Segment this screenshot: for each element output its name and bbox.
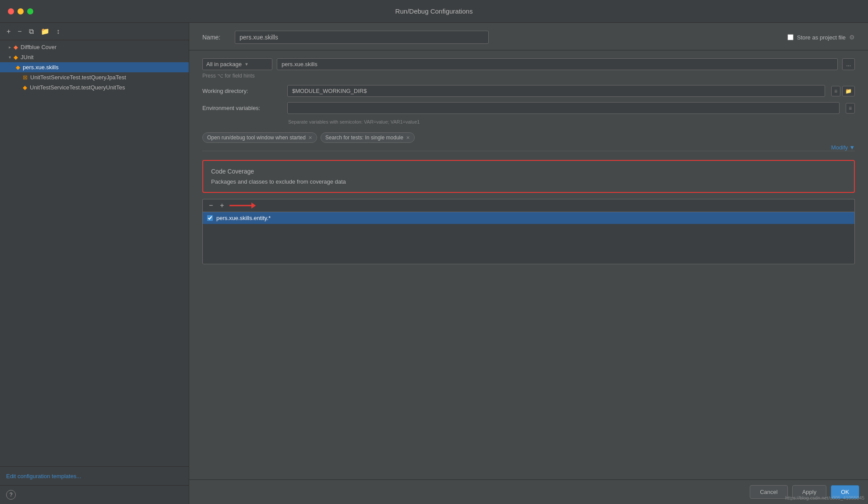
modify-arrow-icon: ▼ <box>849 144 855 151</box>
sidebar-help-area: ? <box>0 485 189 504</box>
exclude-list: pers.xue.skills.entity.* <box>202 212 855 264</box>
env-vars-actions: ≡ <box>846 103 855 114</box>
sidebar-item-junit[interactable]: ▾ ◆ JUnit <box>0 52 189 62</box>
env-sep-hint: Separate variables with semicolon: VAR=v… <box>288 119 855 124</box>
coverage-title: Code Coverage <box>211 168 846 175</box>
junit-icon: ◆ <box>14 54 18 60</box>
gear-icon[interactable]: ⚙ <box>849 34 855 41</box>
tag-search-tests-close[interactable]: ✕ <box>406 135 410 141</box>
sidebar-item-jpa-test[interactable]: ⊠ UnitTestServiceTest.testQueryJpaTest <box>0 72 189 82</box>
env-vars-input[interactable] <box>287 102 840 114</box>
folder-config-button[interactable]: 📁 <box>39 26 52 36</box>
sidebar-item-jpa-label: UnitTestServiceTest.testQueryJpaTest <box>30 74 126 81</box>
dialog-footer: Cancel Apply OK <box>189 479 868 504</box>
coverage-section: Code Coverage Packages and classes to ex… <box>202 160 855 193</box>
tag-run-debug-label: Open run/debug tool window when started <box>207 135 306 141</box>
remove-config-button[interactable]: − <box>15 27 24 36</box>
store-project-area: Store as project file ⚙ <box>787 34 855 41</box>
tag-search-tests: Search for tests: In single module ✕ <box>321 132 415 143</box>
maximize-button[interactable] <box>27 8 33 14</box>
minimize-button[interactable] <box>18 8 24 14</box>
working-dir-row: Working directory: ≡ 📁 <box>202 85 855 97</box>
diffblue-icon: ◆ <box>14 44 18 50</box>
cancel-button[interactable]: Cancel <box>750 485 787 499</box>
sidebar-tree: ▸ ◆ Diffblue Cover ▾ ◆ JUnit ◆ pers.xue.… <box>0 40 189 466</box>
sidebar-toolbar: + − ⧉ 📁 ↕ <box>0 23 189 40</box>
env-vars-label: Environment variables: <box>202 105 281 111</box>
sidebar-item-pers-label: pers.xue.skills <box>23 64 59 71</box>
class-error-icon-jpa: ⊠ <box>23 74 28 81</box>
exclude-remove-button[interactable]: − <box>207 202 215 209</box>
sidebar-item-unit-test[interactable]: ◆ UnitTestServiceTest.testQueryUnitTes <box>0 82 189 92</box>
apply-button[interactable]: Apply <box>792 485 827 499</box>
tags-row: Open run/debug tool window when started … <box>202 132 855 143</box>
config-header: Name: Store as project file ⚙ <box>189 23 868 50</box>
sidebar-footer: Edit configuration templates... <box>0 466 189 485</box>
arrow-indicator <box>229 202 256 209</box>
exclude-checkbox-entity[interactable] <box>207 215 213 221</box>
test-kind-dropdown[interactable]: All in package ▼ <box>202 58 272 70</box>
sidebar-item-junit-label: JUnit <box>21 54 34 60</box>
edit-templates-link[interactable]: Edit configuration templates... <box>6 473 81 479</box>
config-body: All in package ▼ ... Press ⌥ for field h… <box>189 50 868 479</box>
name-label: Name: <box>202 34 229 41</box>
package-input[interactable] <box>277 58 838 70</box>
titlebar: Run/Debug Configurations <box>0 0 868 23</box>
sidebar-item-pers-xue-skills[interactable]: ◆ pers.xue.skills <box>0 62 189 72</box>
coverage-subtitle: Packages and classes to exclude from cov… <box>211 178 846 185</box>
sidebar: + − ⧉ 📁 ↕ ▸ ◆ Diffblue Cover ▾ ◆ JUnit ◆… <box>0 23 189 504</box>
sidebar-item-diffblue[interactable]: ▸ ◆ Diffblue Cover <box>0 42 189 52</box>
working-dir-file-btn[interactable]: ≡ <box>831 86 840 96</box>
sidebar-item-unit-label: UnitTestServiceTest.testQueryUnitTes <box>30 84 125 91</box>
exclude-item-entity[interactable]: pers.xue.skills.entity.* <box>203 212 854 224</box>
env-vars-edit-btn[interactable]: ≡ <box>846 103 855 114</box>
window-controls[interactable] <box>8 8 33 14</box>
exclude-add-button[interactable]: + <box>218 202 226 209</box>
store-project-checkbox[interactable] <box>787 34 794 40</box>
working-dir-label: Working directory: <box>202 88 281 94</box>
store-project-label: Store as project file <box>797 34 846 41</box>
working-dir-actions: ≡ 📁 <box>831 86 855 96</box>
ok-button[interactable]: OK <box>831 485 859 499</box>
tree-arrow-diffblue: ▸ <box>9 45 11 50</box>
arrow-right-icon <box>229 202 256 209</box>
field-hint: Press ⌥ for field hints <box>202 73 855 79</box>
main-layout: + − ⧉ 📁 ↕ ▸ ◆ Diffblue Cover ▾ ◆ JUnit ◆… <box>0 23 868 504</box>
help-button[interactable]: ? <box>6 490 16 500</box>
section-divider <box>202 151 855 151</box>
tag-run-debug-close[interactable]: ✕ <box>308 135 312 141</box>
add-config-button[interactable]: + <box>4 27 13 36</box>
right-panel: Name: Store as project file ⚙ All in pac… <box>189 23 868 504</box>
sidebar-item-diffblue-label: Diffblue Cover <box>21 44 56 50</box>
tag-search-tests-label: Search for tests: In single module <box>325 135 403 141</box>
env-vars-row: Environment variables: ≡ <box>202 102 855 114</box>
close-button[interactable] <box>8 8 14 14</box>
modify-button[interactable]: Modify ▼ <box>831 144 855 151</box>
exclude-item-entity-label: pers.xue.skills.entity.* <box>216 215 271 221</box>
browse-button[interactable]: ... <box>842 58 855 70</box>
modify-label: Modify <box>831 144 848 151</box>
coverage-outer: Modify ▼ Code Coverage Packages and clas… <box>202 157 855 264</box>
test-kind-label: All in package <box>206 61 242 67</box>
class-icon-unit: ◆ <box>23 84 27 91</box>
sort-config-button[interactable]: ↕ <box>54 27 62 36</box>
exclude-toolbar: − + <box>202 199 855 212</box>
copy-config-button[interactable]: ⧉ <box>27 27 36 36</box>
tag-run-debug: Open run/debug tool window when started … <box>202 132 317 143</box>
working-dir-input[interactable] <box>287 85 825 97</box>
window-title: Run/Debug Configurations <box>395 7 473 15</box>
dropdown-arrow-icon: ▼ <box>244 62 249 67</box>
class-icon-pers: ◆ <box>16 64 20 71</box>
working-dir-folder-btn[interactable]: 📁 <box>842 86 855 96</box>
name-input[interactable] <box>235 31 489 44</box>
tree-arrow-junit: ▾ <box>9 55 11 60</box>
test-kind-row: All in package ▼ ... <box>202 58 855 70</box>
